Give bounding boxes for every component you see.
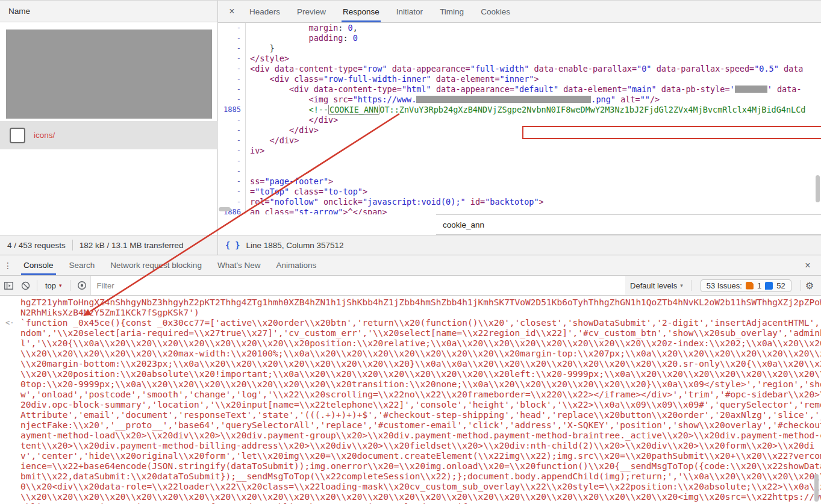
console-log-text: `function _0x45ce(){const _0x30cc77=['ac… <box>20 318 821 328</box>
line-number[interactable]: - <box>218 115 245 125</box>
issue-message-icon <box>765 282 773 290</box>
response-panel: × Headers Preview Response Initiator Tim… <box>218 1 821 235</box>
code-line: <div data-content-type="html" data-appea… <box>246 84 821 95</box>
tab-timing[interactable]: Timing <box>431 1 472 22</box>
console-log-text: v','center','hide\\x20original\\x20form'… <box>20 451 821 461</box>
cursor-position: Line 1885, Column 357512 <box>246 241 343 250</box>
context-selector[interactable]: top ▾ <box>40 281 67 290</box>
divider <box>691 280 691 291</box>
chevron-down-icon: ▾ <box>680 282 683 288</box>
console-log-line: bmit\\x22,dataSubmit:\\x20dataToSubmit})… <box>0 471 821 482</box>
network-name-label: Name <box>8 7 30 16</box>
log-levels-selector[interactable]: Default levels ▾ <box>625 281 688 290</box>
issue-warning-icon <box>746 282 754 290</box>
line-number[interactable]: - <box>218 84 245 95</box>
tab-console[interactable]: Console <box>16 255 61 275</box>
console-log-text: ience=\\x22+base64encode(JSON.stringify(… <box>20 461 821 471</box>
line-number[interactable]: - <box>218 187 245 197</box>
issue-message-count: 52 <box>776 281 785 290</box>
console-log-line: \\x20\\x20\\x20\\x20\\x20\\x20max-width:… <box>0 349 821 359</box>
response-code-viewer[interactable]: --------1885---------1886 margin: 0, pad… <box>218 23 821 214</box>
issue-warning-count: 1 <box>757 281 761 290</box>
console-log-line: \\x20\\x20position:\\x20absolute\\x20!im… <box>0 369 821 379</box>
line-number[interactable]: - <box>218 95 245 105</box>
console-log-line: \\x20\\x20\\x20\\x20\\x20\\x20\\x20\\x20… <box>0 492 821 502</box>
tab-initiator[interactable]: Initiator <box>388 1 431 22</box>
line-number[interactable]: - <box>218 74 245 84</box>
console-log-text: 0top:\\x20-9999px;\\x0a\\x20\\x20\\x20\\… <box>20 379 821 389</box>
console-log-line: 0top:\\x20-9999px;\\x0a\\x20\\x20\\x20\\… <box>0 379 821 390</box>
braces-icon: { } <box>225 240 240 250</box>
requests-count: 4 / 453 requests <box>0 241 66 250</box>
code-line: </div> <box>246 115 821 125</box>
tab-preview[interactable]: Preview <box>289 1 334 22</box>
gear-icon[interactable]: ⚙ <box>805 280 814 291</box>
close-icon[interactable]: × <box>223 6 241 17</box>
search-input[interactable] <box>436 215 821 234</box>
console-sidebar-icon[interactable] <box>0 278 17 293</box>
code-line: rel="nofollow" onclick="javascript:void(… <box>246 197 821 207</box>
console-log-text: hgZT21yhmToHngXZ4nShhgyNbZ3hhgyhZ2pKT2Th… <box>20 297 821 307</box>
redacted-image-preview <box>6 30 212 119</box>
console-drawer: ⋮ Console Search Network request blockin… <box>0 255 821 504</box>
clear-console-icon[interactable] <box>17 278 34 293</box>
line-number[interactable]: - <box>218 166 245 176</box>
line-number[interactable]: - <box>218 33 245 43</box>
console-result-marker: <· <box>5 318 14 328</box>
tab-whats-new[interactable]: What's New <box>210 255 269 275</box>
line-number[interactable]: - <box>218 146 245 156</box>
line-number[interactable]: - <box>218 23 245 33</box>
code-gutter: --------1885---------1886 <box>218 23 246 214</box>
issues-counter[interactable]: 53 Issues: 1 52 <box>701 279 791 292</box>
console-log-line: N2RhMiksXzB4MzY5ZmI1KCk7fSgpKSk7') <box>0 308 821 318</box>
code-line: ss="page-footer"> <box>246 176 821 187</box>
network-panel: Name icons/ <box>0 1 218 235</box>
tab-network-request-blocking[interactable]: Network request blocking <box>102 255 210 275</box>
divider <box>801 280 801 291</box>
tab-animations[interactable]: Animations <box>268 255 324 275</box>
close-icon[interactable]: × <box>799 255 816 275</box>
code-line <box>246 156 821 166</box>
code-line: ="toTop" class="to-top"> <box>246 187 821 197</box>
tab-search[interactable]: Search <box>61 255 103 275</box>
line-number[interactable]: - <box>218 125 245 135</box>
network-name-column-header[interactable]: Name <box>0 1 217 22</box>
line-number[interactable]: - <box>218 43 245 54</box>
eye-icon[interactable] <box>73 278 90 293</box>
console-scrollbar[interactable] <box>814 474 819 502</box>
code-line <box>246 166 821 176</box>
console-log-text: bmit\\x22,dataSubmit:\\x20dataToSubmit})… <box>20 471 821 481</box>
console-filter-input[interactable] <box>90 276 626 295</box>
response-search-bar: 2 matches ∧ ∨ Aa .* Cancel <box>436 214 821 235</box>
code-line: margin: 0, <box>246 23 821 33</box>
kebab-menu-icon[interactable]: ⋮ <box>0 261 16 270</box>
console-log-text: ayment-method-load\\x20>\\x20div\\x20>\\… <box>20 431 821 440</box>
line-number[interactable]: - <box>218 64 245 74</box>
vertical-scrollbar[interactable] <box>816 175 820 202</box>
line-number[interactable]: 1885 <box>218 105 245 115</box>
horizontal-scrollbar[interactable] <box>219 207 231 211</box>
console-log-line: ience=\\x22+base64encode(JSON.stringify(… <box>0 461 821 471</box>
console-log-line: l','\\x20{\\x0a\\x20\\x20\\x20\\x20\\x20… <box>0 338 821 349</box>
line-number[interactable]: - <box>218 135 245 146</box>
console-log-line: 0\\x20<div\\x20data-role=\\x22loader\\x2… <box>0 482 821 492</box>
console-log-line: 20div.opc-block-summary','location','\\x… <box>0 400 821 410</box>
console-output[interactable]: hgZT21yhmToHngXZ4nShhgyNbZ3hhgyhZ2pKT2Th… <box>0 296 821 504</box>
console-log-text: \\x20margin-bottom:\\x2023px;\\x0a\\x20\… <box>20 359 821 369</box>
line-number[interactable]: - <box>218 54 245 64</box>
line-number[interactable]: - <box>218 176 245 187</box>
code-line: <!--COOKIE_ANNOT::ZnVuY3Rpb24gXzB4NDVjZS… <box>246 105 821 115</box>
request-name[interactable]: icons/ <box>34 131 55 140</box>
redacted-text <box>735 86 767 93</box>
line-number[interactable]: - <box>218 156 245 166</box>
tab-response[interactable]: Response <box>334 1 388 22</box>
network-request-row[interactable]: icons/ <box>0 121 218 149</box>
line-number[interactable]: - <box>218 197 245 207</box>
code-line: iv> <box>246 146 821 156</box>
console-log-text: \\x20\\x20\\x20\\x20\\x20\\x20\\x20\\x20… <box>20 492 821 502</box>
console-log-text: 20div.opc-block-summary','location','\\x… <box>20 400 821 409</box>
code-lines: margin: 0, padding: 0 }</style><div data… <box>246 23 821 214</box>
file-icon <box>10 128 25 143</box>
tab-cookies[interactable]: Cookies <box>472 1 519 22</box>
tab-headers[interactable]: Headers <box>241 1 289 22</box>
